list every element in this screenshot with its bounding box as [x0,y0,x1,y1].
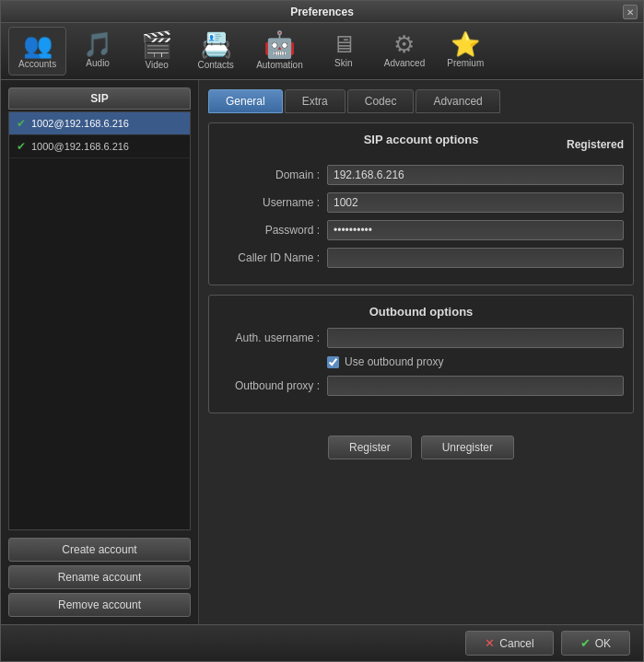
automation-icon: 🤖 [263,32,296,58]
window-title: Preferences [290,6,354,18]
caller-id-input[interactable] [327,248,624,268]
check-icon-2: ✔ [17,140,26,153]
main-panel: General Extra Codec Advanced SIP account… [199,80,643,624]
cancel-icon: ✕ [485,636,495,650]
sip-section-title: SIP account options [320,133,522,146]
toolbar-label-advanced: Advanced [384,58,425,68]
registered-badge: Registered [522,138,624,151]
sidebar-account-list: ✔ 1002@192.168.6.216 ✔ 1000@192.168.6.21… [8,111,191,530]
outbound-section-title: Outbound options [218,305,624,319]
toolbar-item-skin[interactable]: 🖥 Skin [316,27,371,75]
close-button[interactable]: ✕ [623,5,638,19]
username-label: Username : [218,196,320,209]
sip-account-section: SIP account options Registered Domain : … [208,122,634,285]
toolbar-label-accounts: Accounts [18,59,56,69]
toolbar-label-automation: Automation [256,60,303,70]
auth-username-row: Auth. username : [218,328,624,348]
create-account-button[interactable]: Create account [8,538,191,562]
outbound-proxy-label: Outbound proxy : [218,379,320,392]
premium-icon: ⭐ [451,32,480,56]
username-input[interactable] [327,192,624,213]
toolbar-item-accounts[interactable]: 👥 Accounts [8,27,66,75]
sip-section-header: SIP account options Registered [218,133,624,156]
toolbar-label-audio: Audio [86,58,110,68]
video-icon: 🎬 [141,32,173,58]
tab-extra[interactable]: Extra [285,89,345,113]
outbound-proxy-row: Outbound proxy : [218,376,624,396]
audio-icon: 🎵 [83,32,112,56]
sidebar-account-name-2: 1000@192.168.6.216 [31,141,129,152]
auth-username-input[interactable] [327,328,624,348]
domain-label: Domain : [218,168,320,181]
password-input[interactable] [327,220,624,240]
domain-row: Domain : [218,165,624,185]
sidebar-header: SIP [8,87,191,110]
advanced-icon: ⚙ [393,32,415,56]
account-action-buttons: Register Unregister [208,436,634,459]
contacts-icon: 📇 [200,32,232,58]
sidebar-action-buttons: Create account Rename account Remove acc… [8,538,191,617]
tab-advanced[interactable]: Advanced [416,89,499,113]
register-button[interactable]: Register [328,436,412,459]
domain-input[interactable] [327,165,624,185]
use-outbound-proxy-checkbox[interactable] [327,356,339,368]
unregister-button[interactable]: Unregister [421,436,514,459]
footer: ✕ Cancel ✔ OK [1,624,643,661]
toolbar-item-audio[interactable]: 🎵 Audio [70,27,125,75]
outbound-section: Outbound options Auth. username : Use ou… [208,295,634,413]
caller-id-row: Caller ID Name : [218,248,624,268]
remove-account-button[interactable]: Remove account [8,593,191,617]
check-icon-1: ✔ [17,117,26,130]
toolbar-item-video[interactable]: 🎬 Video [129,27,184,75]
caller-id-label: Caller ID Name : [218,251,320,264]
content-area: SIP ✔ 1002@192.168.6.216 ✔ 1000@192.168.… [1,80,643,624]
sidebar: SIP ✔ 1002@192.168.6.216 ✔ 1000@192.168.… [1,80,199,624]
sidebar-account-2[interactable]: ✔ 1000@192.168.6.216 [9,135,190,158]
ok-icon: ✔ [580,636,591,650]
toolbar: 👥 Accounts 🎵 Audio 🎬 Video 📇 Contacts 🤖 … [1,23,643,80]
rename-account-button[interactable]: Rename account [8,565,191,589]
auth-username-label: Auth. username : [218,331,320,344]
accounts-icon: 👥 [23,33,53,57]
toolbar-label-skin: Skin [334,58,352,68]
toolbar-item-premium[interactable]: ⭐ Premium [438,27,493,75]
toolbar-label-contacts: Contacts [197,60,233,70]
toolbar-item-automation[interactable]: 🤖 Automation [247,27,312,75]
ok-label: OK [595,637,611,650]
outbound-proxy-input[interactable] [327,376,624,396]
skin-icon: 🖥 [332,32,356,56]
toolbar-item-contacts[interactable]: 📇 Contacts [188,27,243,75]
cancel-button[interactable]: ✕ Cancel [465,631,553,656]
toolbar-label-video: Video [145,60,168,70]
toolbar-item-advanced[interactable]: ⚙ Advanced [375,27,434,75]
toolbar-label-premium: Premium [447,58,484,68]
tab-codec[interactable]: Codec [347,89,415,113]
preferences-window: Preferences ✕ 👥 Accounts 🎵 Audio 🎬 Video… [0,0,644,662]
use-outbound-proxy-label[interactable]: Use outbound proxy [345,355,443,368]
tabs: General Extra Codec Advanced [208,89,634,113]
password-label: Password : [218,224,320,237]
use-outbound-proxy-row: Use outbound proxy [218,355,624,368]
username-row: Username : [218,192,624,213]
ok-button[interactable]: ✔ OK [561,631,630,656]
sidebar-account-1[interactable]: ✔ 1002@192.168.6.216 [9,112,190,135]
tab-general[interactable]: General [208,89,283,113]
password-row: Password : [218,220,624,240]
cancel-label: Cancel [499,637,533,650]
titlebar: Preferences ✕ [1,1,643,23]
sidebar-account-name-1: 1002@192.168.6.216 [31,118,129,129]
